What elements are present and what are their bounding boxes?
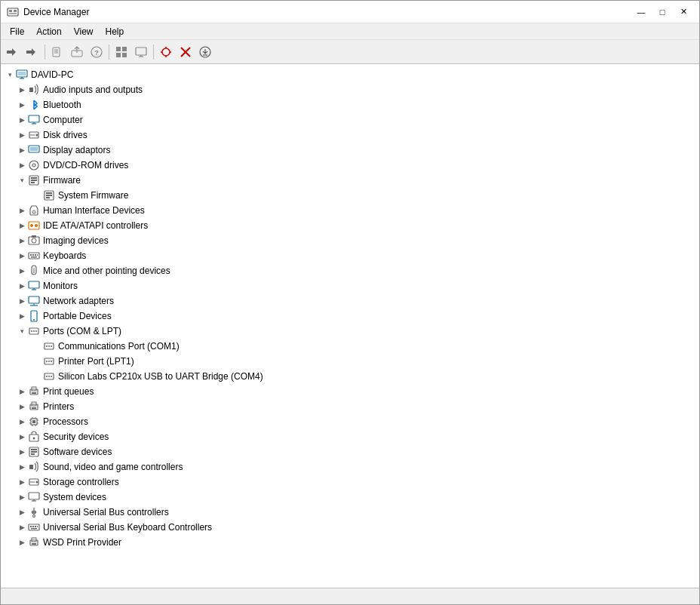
svg-point-82: [46, 361, 48, 362]
tree-item-ide[interactable]: ▶ IDE ATA/ATAPI controllers: [1, 218, 699, 233]
tree-item-firmware[interactable]: ▾ Firmware: [1, 173, 699, 188]
dvd-expander[interactable]: ▶: [16, 159, 28, 171]
tree-root[interactable]: ▾ DAVID-PC: [1, 67, 699, 82]
tree-item-security[interactable]: ▶ Security devices: [1, 429, 699, 444]
close-button[interactable]: ✕: [674, 5, 693, 20]
security-expander[interactable]: ▶: [16, 431, 28, 443]
svg-rect-124: [31, 528, 37, 530]
tree-item-monitors[interactable]: ▶ Monitors: [1, 278, 699, 293]
tree-item-wsd[interactable]: ▶ WSD Print Provider: [1, 535, 699, 550]
view-type-button[interactable]: [112, 43, 130, 61]
monitors-expander[interactable]: ▶: [16, 280, 28, 292]
root-expander[interactable]: ▾: [4, 69, 16, 81]
computer-expander[interactable]: ▶: [16, 114, 28, 126]
tree-item-dvd[interactable]: ▶ DVD/CD-ROM drives: [1, 158, 699, 173]
bluetooth-expander[interactable]: ▶: [16, 99, 28, 111]
menu-action[interactable]: Action: [30, 25, 67, 38]
tree-item-imaging[interactable]: ▶ Imaging devices: [1, 233, 699, 248]
tree-view[interactable]: ▾ DAVID-PC ▶: [1, 64, 699, 588]
disk-icon: [28, 129, 40, 141]
tree-item-network[interactable]: ▶ Network adapters: [1, 293, 699, 309]
sound-expander[interactable]: ▶: [16, 461, 28, 473]
printq-expander[interactable]: ▶: [16, 385, 28, 398]
audio-expander[interactable]: ▶: [16, 84, 28, 96]
tree-item-system-firmware[interactable]: ▶ System Firmware: [1, 188, 699, 203]
usb-icon: [28, 506, 40, 518]
tree-item-usbkb[interactable]: ▶ Universal Serial Bus Keyboard Controll…: [1, 520, 699, 535]
network-expander[interactable]: ▶: [16, 295, 28, 307]
menu-file[interactable]: File: [4, 25, 30, 38]
tree-item-mice[interactable]: ▶ Mice and other pointing devices: [1, 263, 699, 278]
back-button[interactable]: [4, 43, 22, 61]
update-driver-button[interactable]: [68, 43, 86, 61]
svg-point-55: [32, 238, 36, 243]
tree-item-ports[interactable]: ▾ Ports (COM & LPT): [1, 324, 699, 339]
toolbar-sep-1: [45, 45, 45, 60]
tree-item-com1[interactable]: ▶ Communications Port (COM1): [1, 339, 699, 354]
svg-rect-111: [29, 465, 33, 469]
computer-view-button[interactable]: [132, 43, 150, 61]
tree-item-software[interactable]: ▶ Software devices: [1, 444, 699, 459]
tree-item-storage[interactable]: ▶ Storage controllers: [1, 474, 699, 490]
printers-expander[interactable]: ▶: [16, 401, 28, 413]
usbkb-expander[interactable]: ▶: [16, 521, 28, 533]
ide-expander[interactable]: ▶: [16, 220, 28, 232]
maximize-button[interactable]: □: [652, 5, 672, 20]
imaging-expander[interactable]: ▶: [16, 235, 28, 247]
tree-item-processors[interactable]: ▶ Processors: [1, 414, 699, 429]
display-label: Display adaptors: [43, 145, 110, 155]
help-button[interactable]: ?: [88, 43, 106, 61]
network-label: Network adapters: [43, 296, 114, 306]
sysdev-label: System devices: [43, 492, 106, 502]
uninstall-button[interactable]: [177, 43, 195, 61]
printers-icon: [28, 401, 40, 413]
svg-point-86: [46, 376, 48, 377]
mice-expander[interactable]: ▶: [16, 265, 28, 277]
tree-item-printers[interactable]: ▶ Printers: [1, 399, 699, 414]
tree-item-audio[interactable]: ▶ Audio inputs and outputs: [1, 82, 699, 97]
keyboards-expander[interactable]: ▶: [16, 250, 28, 262]
tree-item-silabs[interactable]: ▶ Silicon Labs CP210x USB to UART Bridge…: [1, 369, 699, 384]
firmware-expander[interactable]: ▾: [16, 174, 28, 186]
sound-label: Sound, video and game controllers: [43, 462, 183, 472]
tree-item-disk[interactable]: ▶ Disk drives: [1, 127, 699, 143]
tree-item-lpt1[interactable]: ▶ Printer Port (LPT1): [1, 354, 699, 369]
download-button[interactable]: [196, 43, 214, 61]
scan-button[interactable]: [157, 43, 175, 61]
ports-expander[interactable]: ▾: [16, 325, 28, 337]
menu-help[interactable]: Help: [100, 25, 130, 38]
usb-expander[interactable]: ▶: [16, 506, 28, 518]
tree-item-computer[interactable]: ▶ Computer: [1, 112, 699, 127]
tree-item-display[interactable]: ▶ Display adaptors: [1, 143, 699, 158]
tree-item-sound[interactable]: ▶ Sound, video and game controllers: [1, 459, 699, 474]
tree-item-keyboards[interactable]: ▶ Keyboards: [1, 248, 699, 263]
usbkb-label: Universal Serial Bus Keyboard Controller…: [43, 522, 212, 533]
minimize-button[interactable]: —: [631, 5, 651, 20]
tree-item-usb[interactable]: ▶ Universal Serial Bus controllers: [1, 505, 699, 520]
status-bar: [1, 588, 699, 604]
hid-expander[interactable]: ▶: [16, 204, 28, 217]
svg-rect-127: [32, 543, 36, 545]
storage-expander[interactable]: ▶: [16, 476, 28, 488]
software-expander[interactable]: ▶: [16, 446, 28, 458]
svg-point-113: [36, 481, 38, 484]
svg-rect-110: [31, 453, 35, 455]
forward-button[interactable]: [23, 43, 41, 61]
portable-expander[interactable]: ▶: [16, 310, 28, 322]
tree-item-portable[interactable]: ▶ Portable Devices: [1, 309, 699, 324]
tree-item-bluetooth[interactable]: ▶ Bluetooth: [1, 97, 699, 112]
disk-expander[interactable]: ▶: [16, 129, 28, 141]
bluetooth-icon: [28, 99, 40, 111]
tree-item-hid[interactable]: ▶ Human Interface Devices: [1, 203, 699, 218]
tree-item-sysdev[interactable]: ▶ System devices: [1, 490, 699, 505]
processors-expander[interactable]: ▶: [16, 416, 28, 428]
sysdev-expander[interactable]: ▶: [16, 491, 28, 503]
dvd-label: DVD/CD-ROM drives: [43, 160, 128, 170]
tree-item-printq[interactable]: ▶ Print queues: [1, 384, 699, 399]
menu-view[interactable]: View: [68, 25, 100, 38]
svg-rect-39: [30, 147, 38, 151]
display-expander[interactable]: ▶: [16, 144, 28, 156]
wsd-expander[interactable]: ▶: [16, 536, 28, 548]
svg-point-74: [31, 330, 32, 332]
properties-button[interactable]: [48, 43, 66, 61]
